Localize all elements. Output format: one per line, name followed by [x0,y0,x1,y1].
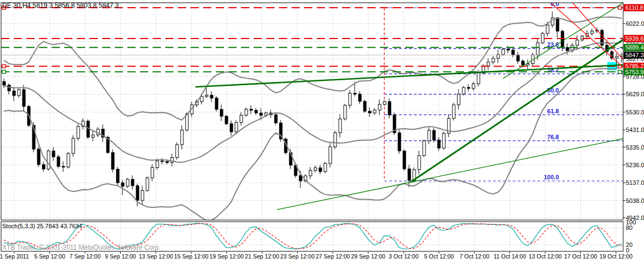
price-tick-label: 6022.0 [626,20,644,27]
candle [67,153,70,167]
panel-borders [1,3,623,251]
line-handle [2,64,5,68]
chart-canvas[interactable]: 0.023.638.250.061.876.8100.06022.05923.0… [0,0,644,264]
svg-text:5753.9: 5753.9 [625,69,644,75]
candle [92,135,94,137]
candle [324,163,327,172]
candle [151,167,154,178]
candle [161,161,164,162]
candle [156,161,159,168]
time-tick-label: 29 Sep 12:00 [351,253,385,260]
time-tick-label: 19 Sep 12:00 [210,253,244,260]
candle [57,157,60,166]
candle [200,96,203,101]
stoch-main-line [4,223,621,249]
svg-text:5889.4: 5889.4 [625,44,644,51]
candle [18,90,20,96]
bollinger-upper [4,17,621,120]
candle [428,130,430,141]
candle [536,43,539,55]
time-tick-label: 17 Oct 12:00 [564,253,597,260]
candle [467,87,470,89]
time-tick-label: 19 Oct 12:00 [600,253,632,260]
candle [275,115,277,123]
candle [181,130,183,144]
fibonacci-retracement[interactable]: 0.023.638.250.061.876.8100.0 [384,1,623,181]
candle [443,133,445,148]
candle [561,31,564,47]
line-handle [618,70,621,74]
downtrend-short-b [572,2,623,59]
candle [423,141,425,156]
candle [354,93,356,94]
price-tick-label: 5431.0 [626,127,644,133]
candle [131,179,134,186]
time-tick-label: 7 Sep 12:00 [70,253,101,260]
candle [299,175,302,181]
bollinger-lower [4,67,621,221]
candle [344,105,346,119]
candle [126,179,129,186]
candle [378,105,381,110]
candle [23,90,25,106]
fib-level-label-76.8: 76.8 [547,134,559,140]
candle [245,109,248,116]
price-tick-label: 5629.0 [626,91,644,97]
candle [546,25,549,34]
fib-level-label-61.8: 61.8 [547,108,559,114]
candle [42,164,45,169]
candle [541,34,544,43]
fib-level-label-100.0: 100.0 [544,174,559,180]
candle [556,18,559,31]
candle [349,93,351,105]
candle [240,115,243,122]
candle [171,157,173,162]
stochastic-oscillator [4,223,621,249]
line-handle [2,70,5,74]
candle [576,40,579,45]
price-marker-5939.6: 5939.6 [624,35,644,42]
time-tick-label: 3 Oct 12:00 [389,253,418,260]
candle [477,73,480,84]
candle [418,156,421,169]
svg-text:5847.3: 5847.3 [625,52,644,58]
price-tick-label: 5236.0 [626,162,644,168]
time-tick-label: 1 Sep 2011 [0,253,29,260]
candle [116,169,119,183]
candle [368,111,371,113]
candle [462,87,465,94]
candle [62,166,65,167]
candle [507,49,509,50]
candle [309,170,312,176]
price-marker-5889.4: 5889.4 [624,44,644,51]
candle [3,81,5,85]
time-tick-label: 21 Sep 12:00 [245,253,279,260]
candlestick-series [3,12,623,207]
candle [8,85,10,91]
candle [329,147,332,163]
candle [398,133,401,151]
time-tick-label: 9 Sep 12:00 [105,253,136,260]
price-marker-5753.9: 5753.9 [624,68,644,75]
candle [383,102,386,105]
candle [141,190,144,200]
line-handle [618,6,621,9]
candle [72,138,75,153]
time-tick-label: 13 Sep 12:00 [139,253,173,260]
candle [359,94,361,101]
candle [502,49,505,54]
candle [591,31,593,33]
candle [492,58,495,62]
candle [472,84,475,88]
candle [512,50,514,55]
horizontal-levels[interactable] [1,6,623,74]
time-tick-label: 5 Sep 12:00 [34,253,65,260]
candle [339,119,341,133]
price-marker-5847.3: 5847.3 [624,52,644,59]
grid [1,3,623,251]
candle [235,123,238,132]
time-tick-label: 7 Oct 12:00 [460,253,489,260]
candle [52,151,55,157]
candle [314,168,317,170]
candle [522,61,524,65]
